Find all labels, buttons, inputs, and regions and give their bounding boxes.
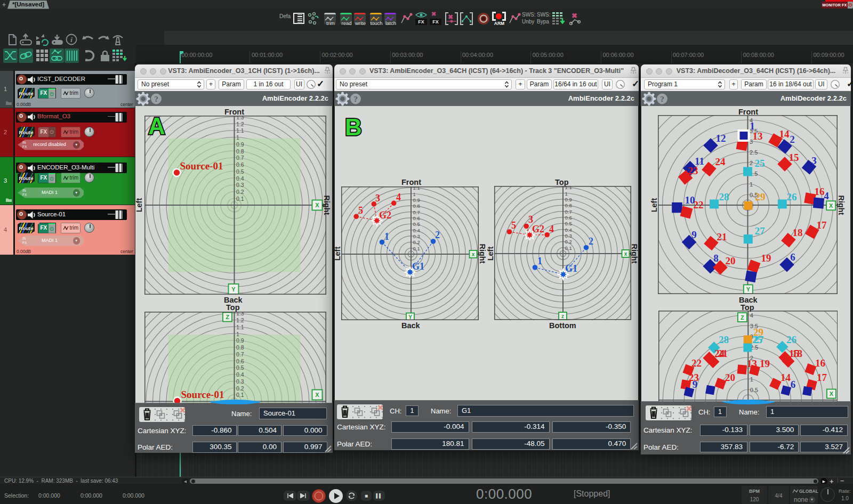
svg-text:25: 25 xyxy=(755,158,765,169)
svg-text:0.6: 0.6 xyxy=(565,215,572,221)
svg-text:G2: G2 xyxy=(532,224,544,234)
svg-text:0.9: 0.9 xyxy=(236,141,244,148)
svg-text:1.1: 1.1 xyxy=(236,127,244,134)
svg-text:0.4: 0.4 xyxy=(565,227,572,233)
svg-text:0.7: 0.7 xyxy=(236,351,244,357)
svg-text:0.8: 0.8 xyxy=(236,344,244,351)
svg-text:18: 18 xyxy=(793,227,803,238)
svg-text:Y: Y xyxy=(746,286,751,292)
svg-text:28: 28 xyxy=(719,191,729,202)
svg-text:Y: Y xyxy=(231,286,236,292)
svg-text:17: 17 xyxy=(817,220,827,231)
svg-text:1: 1 xyxy=(384,231,389,241)
svg-text:0.5: 0.5 xyxy=(565,221,572,226)
svg-text:Y: Y xyxy=(408,314,412,320)
svg-text:0.3: 0.3 xyxy=(565,233,572,239)
svg-text:1.1: 1.1 xyxy=(236,324,244,330)
svg-text:0.3: 0.3 xyxy=(236,378,244,385)
svg-text:0.9: 0.9 xyxy=(236,337,244,344)
svg-text:0.5: 0.5 xyxy=(413,221,420,227)
svg-text:29: 29 xyxy=(755,191,766,202)
svg-text:0.5: 0.5 xyxy=(236,364,244,371)
svg-text:22: 22 xyxy=(694,199,704,210)
svg-text:4: 4 xyxy=(396,191,401,202)
svg-text:0.9: 0.9 xyxy=(565,197,572,202)
svg-text:0.9: 0.9 xyxy=(413,197,420,202)
svg-text:8: 8 xyxy=(713,253,719,264)
svg-text:13: 13 xyxy=(753,131,763,142)
svg-text:26: 26 xyxy=(787,191,797,202)
svg-text:3: 3 xyxy=(811,155,817,166)
svg-text:0.6: 0.6 xyxy=(413,215,420,221)
svg-text:i: i xyxy=(70,36,73,44)
svg-text:2: 2 xyxy=(589,236,593,247)
svg-text:2: 2 xyxy=(435,229,440,240)
svg-text:20: 20 xyxy=(725,372,735,383)
svg-text:0.5: 0.5 xyxy=(750,387,758,393)
svg-text:Source-01: Source-01 xyxy=(180,160,223,172)
svg-text:26: 26 xyxy=(786,334,796,345)
svg-text:0.1: 0.1 xyxy=(236,392,244,398)
svg-text:0.7: 0.7 xyxy=(236,155,244,161)
svg-text:0.1: 0.1 xyxy=(236,196,244,202)
svg-text:0.8: 0.8 xyxy=(565,202,572,208)
svg-text:3: 3 xyxy=(528,214,533,225)
svg-text:Z: Z xyxy=(741,314,744,321)
svg-text:15: 15 xyxy=(789,152,799,163)
svg-text:21: 21 xyxy=(717,231,727,242)
svg-text:G1: G1 xyxy=(412,261,424,271)
svg-text:2: 2 xyxy=(790,134,795,145)
svg-text:0.2: 0.2 xyxy=(413,239,420,245)
svg-text:Source-01: Source-01 xyxy=(181,389,224,400)
svg-text:9: 9 xyxy=(691,229,697,240)
svg-text:0.4: 0.4 xyxy=(413,227,420,233)
svg-text:✖: ✖ xyxy=(572,12,577,20)
svg-text:18: 18 xyxy=(792,348,802,359)
svg-text:0.7: 0.7 xyxy=(565,209,572,215)
svg-text:20: 20 xyxy=(726,255,736,266)
svg-text:5: 5 xyxy=(358,205,363,215)
svg-text:G2: G2 xyxy=(379,209,391,220)
svg-text:0.4: 0.4 xyxy=(236,371,244,378)
svg-text:2.5: 2.5 xyxy=(750,149,758,156)
svg-text:1.2: 1.2 xyxy=(236,121,244,127)
svg-text:0.8: 0.8 xyxy=(236,148,244,155)
svg-text:27: 27 xyxy=(755,225,766,237)
svg-text:4: 4 xyxy=(750,312,753,319)
svg-text:0.1: 0.1 xyxy=(565,245,572,251)
svg-text:21: 21 xyxy=(717,348,727,359)
svg-text:23: 23 xyxy=(688,165,698,176)
svg-text:0.7: 0.7 xyxy=(413,209,420,215)
svg-text:0.6: 0.6 xyxy=(236,161,244,168)
svg-text:14: 14 xyxy=(779,128,790,140)
svg-text:27: 27 xyxy=(753,334,764,345)
svg-text:X: X xyxy=(829,202,833,209)
svg-text:0.5: 0.5 xyxy=(236,168,244,175)
svg-text:6: 6 xyxy=(790,251,795,263)
svg-text:28: 28 xyxy=(718,334,728,345)
svg-text:X: X xyxy=(315,392,319,398)
svg-text:0.3: 0.3 xyxy=(413,233,420,239)
svg-text:G1: G1 xyxy=(565,263,577,274)
svg-text:1: 1 xyxy=(413,191,415,197)
svg-text:1.2: 1.2 xyxy=(236,317,244,323)
svg-text:9: 9 xyxy=(692,379,697,390)
svg-text:2: 2 xyxy=(750,160,753,166)
svg-text:13: 13 xyxy=(746,358,757,369)
svg-text:17: 17 xyxy=(816,372,827,383)
svg-text:0.6: 0.6 xyxy=(236,358,244,364)
svg-text:X: X xyxy=(829,391,833,397)
svg-text:1: 1 xyxy=(750,120,755,132)
svg-text:19: 19 xyxy=(759,358,769,369)
svg-text:z: z xyxy=(561,313,564,319)
svg-text:Z: Z xyxy=(226,314,229,320)
svg-text:12: 12 xyxy=(716,133,726,144)
svg-text:1: 1 xyxy=(236,134,239,141)
svg-text:1: 1 xyxy=(750,181,753,188)
svg-text:16: 16 xyxy=(815,186,825,197)
svg-text:16: 16 xyxy=(815,357,825,369)
svg-text:x: x xyxy=(471,251,474,257)
svg-text:1: 1 xyxy=(750,376,753,383)
svg-text:4: 4 xyxy=(824,190,829,201)
svg-text:5: 5 xyxy=(511,220,516,231)
